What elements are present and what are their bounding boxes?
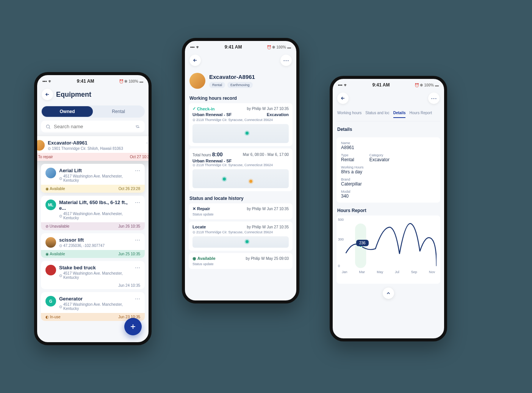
tab-status[interactable]: Status and loc <box>365 111 389 118</box>
phone-equipment-list: ••• ᯤ 9:41 AM ⏰ ✱ 100% ▬ Equipment Owned… <box>34 72 152 345</box>
equipment-avatar: G <box>45 296 56 307</box>
check-icon: ✓ <box>192 106 196 111</box>
address: ⊙2118 Thornridge Cir. Syracuse, Connecti… <box>192 230 289 234</box>
pin-icon: ⊙ <box>59 274 62 278</box>
more-button[interactable]: ⋯ <box>135 237 140 243</box>
equipment-name: Aerial Lift <box>59 168 132 173</box>
map-marker <box>246 132 249 135</box>
checkin-card[interactable]: ✓Check-in by Philip W Jun 27 10:35 Urban… <box>189 103 293 146</box>
equipment-card[interactable]: Aerial Lift ⊙4517 Washington Ave. Manche… <box>41 164 145 193</box>
repair-card[interactable]: ✕ Repair by Philip W Jun 27 10:35 Status… <box>189 203 293 219</box>
arrow-left-icon <box>340 96 346 101</box>
repair-by: by Philip W Jun 27 10:35 <box>247 207 289 211</box>
x-tick: Mar <box>359 270 365 274</box>
status-battery: ⏰ ✱ 100% ▬ <box>119 79 143 83</box>
back-button[interactable] <box>189 55 201 66</box>
more-icon: ⋯ <box>431 95 437 102</box>
header: ⋯ <box>189 53 293 70</box>
tabs: Working hours Status and loc Details Hou… <box>336 108 440 121</box>
x-axis: Jan Mar May Jul Sep Nov <box>340 270 437 274</box>
segment-control: Owned Rental <box>41 105 145 118</box>
search-input[interactable] <box>54 124 132 129</box>
menu-button[interactable]: ⋯ <box>428 93 440 104</box>
locate-card[interactable]: Locate by Philip W Jun 27 10:35 ⊙2118 Th… <box>189 222 293 251</box>
tag: Rental <box>209 82 225 88</box>
signal-icon: ••• ᯤ <box>42 79 52 83</box>
search-box[interactable] <box>41 121 145 132</box>
status-battery: ⏰ ✱ 100% ▬ <box>415 83 439 87</box>
equipment-address: ⊙4517 Washington Ave. Manchester, Kentuc… <box>59 302 132 311</box>
segment-rental[interactable]: Rental <box>93 106 144 117</box>
chart-tooltip: 236 <box>356 240 369 246</box>
field-value: A8961 <box>341 145 436 150</box>
status-row: ◉ Available Oct 26 23:28 <box>41 185 145 193</box>
section-title: Working hours record <box>189 93 293 103</box>
status-label: ✕ To repair <box>34 155 53 159</box>
equipment-address: ⊙47.235036, -102.907747 <box>59 244 132 248</box>
search-icon <box>45 124 51 129</box>
arrow-left-icon <box>192 58 198 63</box>
map-marker <box>246 240 249 243</box>
equipment-address: ⊙1901 Thornridge Cir. Shiloh, Hawaii 810… <box>48 146 143 151</box>
more-button[interactable]: ⋯ <box>135 296 140 302</box>
hours-chart[interactable]: 500 300 0 236 Jan Mar May Jul Sep Nov <box>336 215 440 284</box>
equipment-card[interactable]: G Generator ⊙4517 Washington Ave. Manche… <box>41 292 145 321</box>
page-title: Equipment <box>56 91 91 99</box>
available-label: ◉ Available <box>192 256 216 261</box>
more-button[interactable]: ⋯ <box>135 200 140 206</box>
equipment-card[interactable]: Excavator-A8961 ⊙1901 Thornridge Cir. Sh… <box>34 136 152 161</box>
available-by: by Philip W May 25 09:03 <box>246 256 289 261</box>
equipment-card[interactable]: ML Material Lift, 650 lbs., 6-12 ft., e.… <box>41 196 145 230</box>
add-button[interactable] <box>124 318 142 335</box>
field-value: Excavator <box>369 157 390 162</box>
equipment-card[interactable]: scissor lift ⊙47.235036, -102.907747 ⋯ ◉… <box>41 233 145 258</box>
status-update: Status update <box>192 262 289 266</box>
status-time: Oct 26 23:28 <box>119 187 140 191</box>
mini-map[interactable] <box>192 124 289 143</box>
equipment-name: Generator <box>59 296 132 302</box>
signal-icon: ••• ᯤ <box>338 83 348 87</box>
status-bar: ••• ᯤ 9:41 AM ⏰ ✱ 100% ▬ <box>333 79 444 91</box>
header: Equipment <box>41 87 145 104</box>
report-title: Hours Report <box>336 206 440 215</box>
back-button[interactable] <box>337 93 349 104</box>
tag-list: Rental Earthmoving <box>209 82 255 88</box>
status-update: Status update <box>192 212 289 216</box>
status-time: Oct 27 10:35 <box>130 155 152 159</box>
status-time: Jun 26 10:35 <box>118 224 140 228</box>
status-time: Jun 25 10:35 <box>118 252 140 256</box>
y-tick: 0 <box>338 264 340 268</box>
mini-map[interactable] <box>192 169 289 188</box>
x-tick: May <box>377 270 383 274</box>
time-range: Mar 6, 08:00 - Mar 6, 17:00 <box>243 152 289 157</box>
locate-by: by Philip W Jun 27 10:35 <box>247 225 289 229</box>
field-value: Rental <box>341 157 354 162</box>
signal-icon: ••• ᯤ <box>190 45 200 49</box>
menu-button[interactable]: ⋯ <box>280 55 292 66</box>
total-hours-card[interactable]: Total hours 8:00 Mar 6, 08:00 - Mar 6, 1… <box>189 148 293 191</box>
tab-report[interactable]: Hours Report <box>409 111 432 118</box>
more-button[interactable]: ⋯ <box>135 265 140 271</box>
status-bar: ••• ᯤ 9:41 AM ⏰ ✱ 100% ▬ <box>37 75 149 87</box>
chevron-up-icon <box>386 291 391 296</box>
back-button[interactable] <box>42 89 53 100</box>
field-label: Type <box>341 153 354 157</box>
segment-owned[interactable]: Owned <box>42 106 93 117</box>
tab-details[interactable]: Details <box>393 111 406 118</box>
more-icon: ⋯ <box>283 57 289 64</box>
x-tick: Nov <box>429 270 435 274</box>
more-button[interactable]: ⋯ <box>146 140 152 146</box>
equipment-card[interactable]: Stake bed truck ⊙4517 Washington Ave. Ma… <box>41 261 145 289</box>
mini-map[interactable] <box>192 236 289 248</box>
total-label: Total hours 8:00 <box>192 151 223 157</box>
field-value: Caterpillar <box>341 181 436 187</box>
collapse-button[interactable] <box>383 288 394 299</box>
field-label: Category <box>369 153 390 157</box>
more-button[interactable]: ⋯ <box>135 168 140 174</box>
available-card[interactable]: ◉ Available by Philip W May 25 09:03 Sta… <box>189 253 293 269</box>
status-time: Jun 24 10:35 <box>41 282 145 289</box>
project-type: Excavation <box>267 112 289 117</box>
tab-working-hours[interactable]: Working hours <box>337 111 361 118</box>
filter-icon[interactable] <box>135 124 140 129</box>
pin-icon: ⊙ <box>192 118 196 122</box>
